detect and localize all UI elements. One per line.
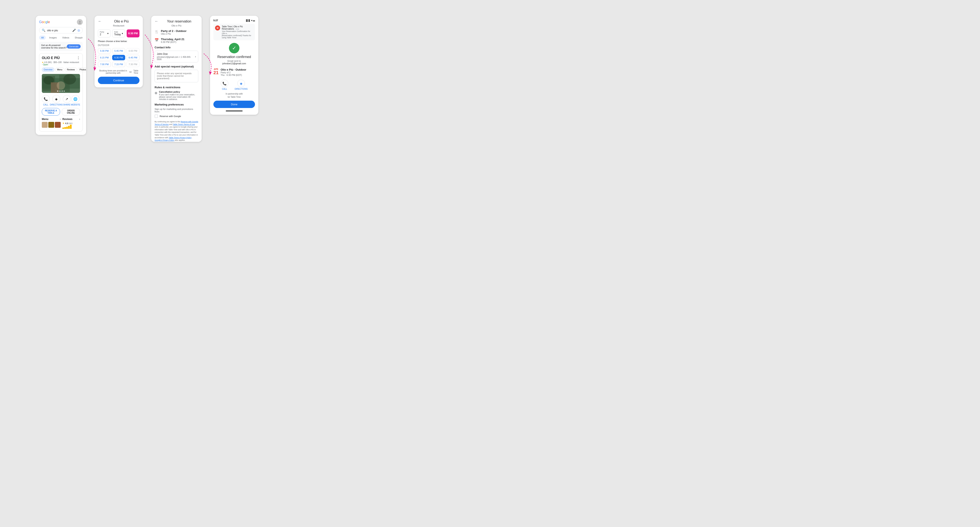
share-label: SHARE — [63, 103, 70, 106]
reservation-subtitle: Olio e Più — [154, 24, 198, 27]
conf-res-name: Olio e Più · Outdoor — [221, 68, 246, 71]
search-query: olio e piu — [47, 29, 70, 32]
conf-res-datetime: Thu · 6:30 PM (EDT) — [221, 74, 246, 76]
date-select[interactable]: Date Today ▾ — [112, 29, 125, 37]
website-icon: 🌐 — [72, 95, 80, 103]
directions-label: DIRECTIONS — [50, 103, 63, 106]
time-slot-630[interactable]: 6:30 PM — [112, 55, 125, 60]
call-icon: 📞 — [42, 95, 50, 103]
reserve-with-google-checkbox[interactable] — [154, 115, 158, 118]
date-value: Today — [114, 33, 121, 36]
conf-directions-button[interactable]: ◈ DIRECTIONS — [235, 80, 248, 90]
tab-images[interactable]: Images — [47, 35, 59, 40]
time-slot-645[interactable]: 6:45 PM — [126, 55, 140, 60]
nav-overview[interactable]: Overview — [42, 67, 54, 72]
cancel-icon: ⊗ — [154, 91, 158, 95]
date-label: Date — [114, 31, 121, 33]
nav-reviews[interactable]: Reviews — [65, 67, 77, 72]
battery-icon: ▬ — [253, 19, 255, 22]
party-chevron: ▾ — [107, 32, 108, 35]
ai-overview: Get an AI-powered overview for this sear… — [39, 42, 83, 51]
website-label: WEBSITE — [71, 103, 80, 106]
notif-subtitle: Your Reservation Confirmation for Olio e… — [222, 30, 253, 35]
reservation-back-icon[interactable]: ← — [154, 19, 158, 24]
rating-value: 4.6 — [44, 61, 47, 64]
clock-time: 5:27 — [213, 19, 218, 22]
restaurant-photo — [42, 74, 80, 93]
modal-title: Olio e Più — [103, 19, 140, 23]
conf-directions-icon: ◈ — [237, 80, 245, 87]
tab-all[interactable]: All — [39, 35, 46, 40]
conf-call-button[interactable]: 📞 CALL — [221, 80, 228, 90]
menu-img-1 — [42, 122, 48, 128]
bar-4 — [68, 126, 70, 129]
menu-header: Menu › — [42, 118, 61, 121]
contact-row[interactable]: John Doe johndoe12@gmail.com + 1 458-849… — [154, 51, 198, 62]
directions-button[interactable]: ◈ DIRECTIONS — [50, 95, 63, 106]
bar-2 — [64, 127, 66, 129]
done-button[interactable]: Done — [213, 101, 255, 108]
reserve-table-button[interactable]: RESERVE A TABLE — [42, 108, 60, 116]
party-restaurant: Olio e Più — [161, 33, 186, 35]
bottom-section: Menu › Reviews › ★ — [42, 118, 80, 129]
reviews-arrow[interactable]: › — [79, 118, 80, 121]
rating-number: 4.6 — [65, 122, 68, 124]
share-icon: ↗ — [63, 95, 71, 103]
order-online-button[interactable]: ORDER ONLINE — [62, 108, 80, 116]
home-indicator — [226, 110, 243, 111]
more-options-icon[interactable]: ⋮ — [77, 56, 80, 60]
time-grid: 5:30 PM 5:45 PM 6:00 PM 6:15 PM 6:30 PM … — [98, 48, 140, 67]
google-logo: Google — [39, 20, 50, 24]
party-title: Party of 2 - Outdoor — [161, 29, 186, 33]
signal-icon: ▌▌▌ — [246, 19, 251, 22]
category: Italian restaurant — [64, 61, 79, 64]
lens-icon[interactable]: ◎ — [78, 29, 80, 32]
tab-videos[interactable]: Videos — [60, 35, 71, 40]
time-slot-545[interactable]: 5:45 PM — [112, 48, 125, 54]
tab-shopping[interactable]: Shopping — [73, 35, 83, 40]
back-arrow-icon[interactable]: ← — [98, 19, 102, 24]
generate-button[interactable]: Generate — [67, 45, 81, 49]
svg-point-1 — [78, 23, 81, 24]
terms-link-2[interactable]: Table Time's Terms of Use — [173, 123, 195, 126]
email-notification: M Table Time | Olio e Più Reservations ·… — [213, 24, 255, 40]
menu-title: Menu — [42, 118, 48, 121]
party-select[interactable]: Party 2 ▾ — [98, 29, 110, 37]
status-bar: 5:27 ▌▌▌ ▾ ▬ — [213, 19, 255, 22]
notif-title: Table Time | Olio e Più Reservations · n… — [222, 25, 253, 30]
conf-table-time-icon: 🍽 — [228, 96, 230, 98]
directions-icon: ◈ — [52, 95, 60, 103]
call-button[interactable]: 📞 CALL — [42, 95, 50, 106]
time-slot-715[interactable]: 7:15 PM — [112, 62, 125, 67]
menu-arrow[interactable]: › — [60, 118, 61, 121]
email-value: johndoe12@gmail.com — [157, 56, 178, 58]
voice-icon[interactable]: 🎤 — [72, 29, 76, 32]
outdoor-label: OUTDOOR — [98, 44, 140, 46]
marketing-text: Sign up for marketing and promotions fro… — [154, 108, 198, 113]
continue-button[interactable]: Continue — [98, 77, 140, 84]
search-bar[interactable]: 🔍 olio e piu 🎤 ◎ — [39, 27, 83, 33]
screen-google-search: Google 🔍 olio e piu 🎤 ◎ All Images Video… — [36, 16, 86, 135]
reviews-section: Reviews › ★ 4.6 (6K) — [62, 118, 80, 129]
cancellation-text: If you can't make it to your reservation… — [159, 94, 198, 100]
choose-time-label: Please choose a time below: — [98, 40, 140, 43]
reservation-info: APR 21 Olio e Più · Outdoor Party of 2 T… — [213, 68, 255, 76]
share-button[interactable]: ↗ SHARE — [63, 95, 71, 106]
privacy-link-1[interactable]: Table Time's Privacy Policy — [169, 137, 191, 139]
notif-body: [Reservation confirmed] Thanks for using… — [222, 35, 253, 39]
privacy-link-2[interactable]: Google's Privacy Policy — [154, 139, 174, 141]
conf-action-buttons: 📞 CALL ◈ DIRECTIONS — [213, 80, 255, 90]
gmail-icon: M — [215, 25, 220, 30]
website-button[interactable]: 🌐 WEBSITE — [71, 95, 80, 106]
email-sent-label: Email sent to — [228, 60, 241, 62]
checkbox-row: Reserve with Google — [154, 115, 198, 118]
signal-icons: ▌▌▌ ▾ ▬ — [246, 19, 255, 22]
reviews-header: Reviews › — [62, 118, 80, 121]
rules-section: Rules & restrictions ⊗ Cancellation poli… — [154, 86, 198, 100]
time-selected[interactable]: 6:30 PM — [127, 29, 140, 37]
nav-menu[interactable]: Menu — [55, 67, 64, 72]
user-avatar[interactable] — [77, 19, 83, 25]
special-request-textarea[interactable] — [154, 70, 198, 82]
table-time-icon: 🍽 — [129, 71, 132, 73]
cancellation-row: ⊗ Cancellation policy If you can't make … — [154, 91, 198, 100]
